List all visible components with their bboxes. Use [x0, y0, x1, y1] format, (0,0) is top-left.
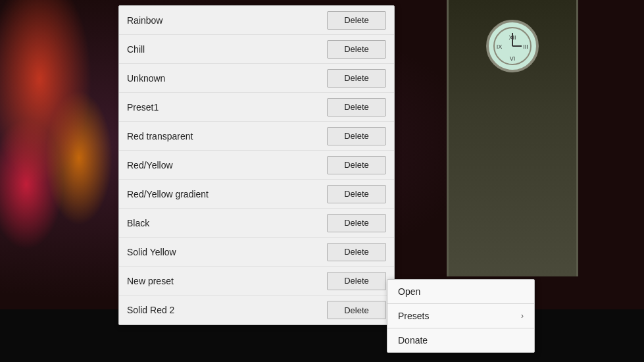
delete-button[interactable]: Delete — [327, 301, 386, 319]
preset-dropdown-panel: RainbowDeleteChillDeleteUnknownDeletePre… — [118, 5, 395, 325]
delete-button[interactable]: Delete — [327, 69, 386, 88]
preset-row: Red transparentDelete — [119, 122, 394, 151]
preset-name: New preset — [127, 276, 174, 286]
preset-row: Red/Yellow gradientDelete — [119, 180, 394, 209]
svg-text:III: III — [523, 43, 528, 50]
context-menu-item[interactable]: Presets› — [387, 304, 534, 328]
clock-tower: XII III VI IX — [447, 0, 578, 276]
preset-name: Black — [127, 218, 149, 228]
delete-button[interactable]: Delete — [327, 98, 386, 116]
preset-row: RainbowDelete — [119, 6, 394, 35]
delete-button[interactable]: Delete — [327, 185, 386, 203]
svg-text:IX: IX — [497, 43, 503, 50]
context-menu-item-label: Open — [398, 286, 420, 297]
preset-row: ChillDelete — [119, 35, 394, 64]
preset-row: Solid Red 2Delete — [119, 296, 394, 324]
context-menu-item[interactable]: Donate — [387, 328, 534, 352]
preset-name: Solid Yellow — [127, 247, 176, 257]
preset-name: Red/Yellow gradient — [127, 189, 209, 199]
context-menu: OpenPresets›Donate — [387, 279, 535, 353]
delete-button[interactable]: Delete — [327, 11, 386, 30]
context-menu-item-label: Donate — [398, 335, 428, 346]
preset-name: Rainbow — [127, 15, 162, 26]
preset-row: UnknownDelete — [119, 64, 394, 93]
delete-button[interactable]: Delete — [327, 156, 386, 174]
delete-button[interactable]: Delete — [327, 127, 386, 145]
context-menu-item-label: Presets — [398, 311, 429, 321]
delete-button[interactable]: Delete — [327, 272, 386, 290]
preset-name: Unknown — [127, 73, 165, 84]
preset-name: Chill — [127, 44, 145, 55]
preset-row: BlackDelete — [119, 209, 394, 238]
preset-name: Red/Yellow — [127, 160, 173, 170]
preset-name: Solid Red 2 — [127, 305, 174, 315]
fireworks-effect — [0, 0, 132, 263]
preset-name: Preset1 — [127, 102, 159, 113]
preset-row: Preset1Delete — [119, 93, 394, 122]
delete-button[interactable]: Delete — [327, 243, 386, 261]
preset-row: Red/YellowDelete — [119, 151, 394, 180]
clock-face: XII III VI IX — [486, 20, 539, 72]
svg-text:VI: VI — [510, 55, 516, 62]
delete-button[interactable]: Delete — [327, 40, 386, 59]
delete-button[interactable]: Delete — [327, 214, 386, 232]
preset-row: Solid YellowDelete — [119, 238, 394, 267]
context-menu-item[interactable]: Open — [387, 280, 534, 303]
preset-name: Red transparent — [127, 131, 193, 142]
submenu-arrow-icon: › — [521, 311, 524, 321]
preset-row: New presetDelete — [119, 267, 394, 296]
